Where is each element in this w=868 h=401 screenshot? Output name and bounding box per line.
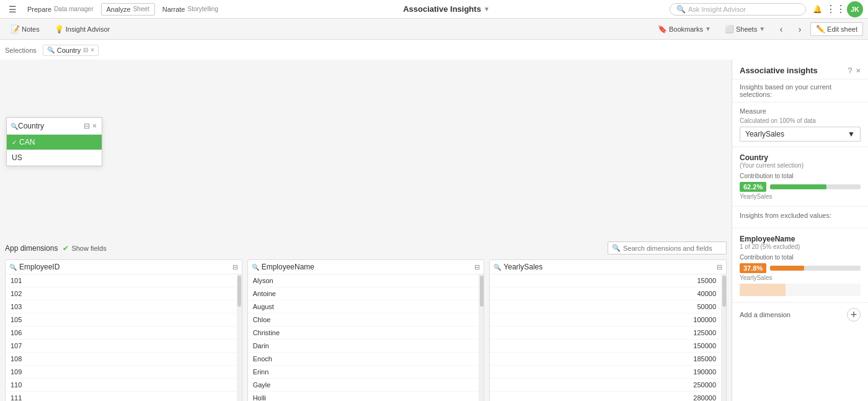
chip-clear-button[interactable]: × [91, 47, 94, 53]
show-fields-toggle[interactable]: ✔ Show fields [63, 244, 106, 253]
dim-search-input[interactable] [623, 245, 722, 252]
table-row[interactable]: 185000 [490, 353, 721, 366]
add-dimension-row[interactable]: Add a dimension + [732, 303, 868, 327]
employeeid-content: 101 102 103 105 106 107 108 109 110 111 [6, 274, 242, 401]
notes-button[interactable]: 📝 Notes [5, 22, 45, 36]
table-row[interactable]: 50000 [490, 300, 721, 313]
next-sheet-button[interactable]: › [792, 21, 808, 37]
ask-insight-advisor-input[interactable]: 🔍 Ask Insight Advisor [670, 3, 806, 16]
emp-value-label: YearlySales [740, 274, 861, 281]
insights-subtitle: Insights based on your current selection… [732, 79, 868, 102]
selections-bar: Selections 🔍 Country ⊟ × [0, 40, 868, 61]
table-row[interactable]: Chloe [248, 313, 479, 327]
table-row[interactable]: Christine [248, 327, 479, 340]
table-row[interactable]: 250000 [490, 379, 721, 392]
table-row[interactable]: Holli [248, 392, 479, 401]
yearlysales-scroll-area[interactable]: 15000 40000 50000 100000 125000 150000 1… [490, 274, 721, 401]
employeename-scroll-area[interactable]: Alyson Antoine August Chloe Christine Da… [248, 274, 479, 401]
dim-search-box[interactable]: 🔍 [608, 241, 727, 255]
measure-dropdown[interactable]: YearlySales ▼ [740, 127, 861, 142]
notification-button[interactable]: 🔔 [810, 2, 825, 17]
employeeid-list-icon[interactable]: ⊟ [232, 263, 238, 271]
content-area: 🔍 Country ⊟ × ✓ CAN US App dimensions ✔ … [0, 60, 732, 401]
country-contribution-row: 62.2% [740, 182, 861, 192]
edit-sheet-label: Edit sheet [827, 25, 857, 33]
listbox-close-icon[interactable]: × [91, 120, 98, 132]
scroll-thumb [480, 276, 484, 307]
insights-panel: Associative insights ? × Insights based … [732, 60, 868, 401]
notes-icon: 📝 [11, 25, 20, 34]
insights-close-button[interactable]: × [856, 66, 861, 75]
country-selection-chip[interactable]: 🔍 Country ⊟ × [43, 45, 99, 56]
table-row[interactable]: 100000 [490, 313, 721, 327]
measure-sublabel: Calculated on 100% of data [740, 117, 861, 124]
table-row[interactable]: Erinn [248, 366, 479, 379]
employeeid-scroll-area[interactable]: 101 102 103 105 106 107 108 109 110 111 [6, 274, 237, 401]
table-row[interactable]: Alyson [248, 274, 479, 287]
apps-icon: ⋮⋮ [826, 3, 846, 15]
employeename-content: Alyson Antoine August Chloe Christine Da… [248, 274, 484, 401]
table-row[interactable]: 102 [6, 287, 237, 300]
chip-search-icon: 🔍 [47, 47, 55, 53]
table-row[interactable]: 106 [6, 327, 237, 340]
yearlysales-scrollbar[interactable] [721, 274, 726, 401]
narrate-button[interactable]: Narrate Storytelling [157, 4, 223, 15]
edit-sheet-button[interactable]: ✏️ Edit sheet [810, 22, 863, 36]
bookmarks-button[interactable]: 🔖 Bookmarks ▼ [652, 22, 717, 36]
table-row[interactable]: 125000 [490, 327, 721, 340]
table-row[interactable]: 107 [6, 340, 237, 353]
contribution-label: Contribution to total [740, 173, 861, 179]
chip-list-icon: ⊟ [83, 47, 88, 53]
analyze-label: Analyze [107, 6, 131, 13]
listbox-item-CAN[interactable]: ✓ CAN [7, 135, 102, 150]
apps-button[interactable]: ⋮⋮ [828, 2, 843, 17]
yearlysales-content: 15000 40000 50000 100000 125000 150000 1… [490, 274, 726, 401]
dropdown-arrow[interactable]: ▼ [484, 6, 490, 12]
top-bar-right: 🔍 Ask Insight Advisor 🔔 ⋮⋮ JK [670, 1, 863, 17]
listbox-list-icon[interactable]: ⊟ [82, 120, 91, 132]
table-row[interactable]: Darin [248, 340, 479, 353]
table-row[interactable]: 40000 [490, 287, 721, 300]
country-percent-badge: 62.2% [740, 182, 766, 192]
country-chip-label: Country [57, 47, 81, 54]
user-avatar[interactable]: JK [847, 1, 863, 17]
sheets-icon: ⬜ [725, 25, 734, 34]
table-row[interactable]: 105 [6, 313, 237, 327]
table-row[interactable]: August [248, 300, 479, 313]
table-row[interactable]: 280000 [490, 392, 721, 401]
add-dim-icon[interactable]: + [847, 308, 861, 322]
yearlysales-list-icon[interactable]: ⊟ [717, 263, 722, 271]
emp-percent-badge: 37.8% [740, 263, 766, 273]
prev-sheet-button[interactable]: ‹ [773, 21, 789, 37]
table-row[interactable]: 190000 [490, 366, 721, 379]
table-row[interactable]: Gayle [248, 379, 479, 392]
table-row[interactable]: 110 [6, 379, 237, 392]
table-row[interactable]: 101 [6, 274, 237, 287]
employeename-list-icon[interactable]: ⊟ [474, 263, 480, 271]
employeename-scrollbar[interactable] [479, 274, 484, 401]
table-row[interactable]: Antoine [248, 287, 479, 300]
table-row[interactable]: 150000 [490, 340, 721, 353]
table-row[interactable]: 108 [6, 353, 237, 366]
bookmark-icon: 🔖 [658, 25, 667, 34]
sheets-button[interactable]: ⬜ Sheets ▼ [719, 22, 771, 36]
prepare-button[interactable]: Prepare Data manager [22, 4, 99, 15]
narrate-label: Narrate [162, 6, 185, 13]
insights-help-icon[interactable]: ? [848, 66, 852, 75]
insight-advisor-button[interactable]: 💡 Insight Advisor [49, 22, 116, 36]
table-row[interactable]: 111 [6, 392, 237, 401]
listbox-item-US[interactable]: US [7, 150, 102, 166]
table-row[interactable]: 15000 [490, 274, 721, 287]
analysis-toolbar: 📝 Notes 💡 Insight Advisor 🔖 Bookmarks ▼ … [0, 19, 868, 40]
employeeid-scrollbar[interactable] [237, 274, 242, 401]
table-row[interactable]: 103 [6, 300, 237, 313]
table-row[interactable]: 109 [6, 366, 237, 379]
hamburger-button[interactable]: ☰ [5, 2, 20, 17]
analyze-button[interactable]: Analyze Sheet [101, 3, 155, 16]
table-row[interactable]: Enoch [248, 353, 479, 366]
country-bar-fill [770, 184, 826, 189]
add-dim-label: Add a dimension [740, 311, 790, 318]
measure-label: Measure [740, 107, 861, 115]
emp-contribution-label: Contribution to total [740, 254, 861, 261]
employeeid-title: EmployeeID [19, 263, 232, 271]
